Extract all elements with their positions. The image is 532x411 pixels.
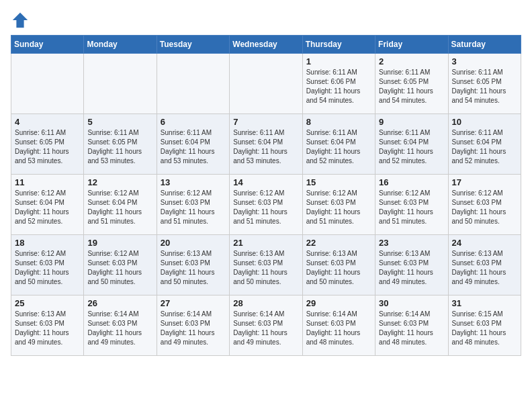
day-info: Sunrise: 6:11 AMSunset: 6:04 PMDaylight:… <box>233 128 298 166</box>
calendar-cell: 5Sunrise: 6:11 AMSunset: 6:05 PMDaylight… <box>84 114 157 175</box>
day-number: 10 <box>452 117 517 127</box>
day-info: Sunrise: 6:14 AMSunset: 6:03 PMDaylight:… <box>306 310 371 347</box>
day-number: 12 <box>87 177 152 187</box>
calendar-cell: 30Sunrise: 6:14 AMSunset: 6:03 PMDayligh… <box>375 295 448 356</box>
calendar-week-row: 1Sunrise: 6:11 AMSunset: 6:06 PMDaylight… <box>11 54 521 114</box>
calendar-cell <box>157 54 229 114</box>
calendar-cell: 8Sunrise: 6:11 AMSunset: 6:04 PMDaylight… <box>302 114 375 175</box>
day-info: Sunrise: 6:11 AMSunset: 6:05 PMDaylight:… <box>452 68 517 105</box>
day-number: 22 <box>306 238 371 248</box>
day-info: Sunrise: 6:13 AMSunset: 6:03 PMDaylight:… <box>161 249 226 287</box>
day-number: 25 <box>15 298 80 308</box>
day-info: Sunrise: 6:13 AMSunset: 6:03 PMDaylight:… <box>15 310 80 347</box>
calendar-cell: 25Sunrise: 6:13 AMSunset: 6:03 PMDayligh… <box>11 295 84 356</box>
svg-marker-0 <box>13 13 28 28</box>
day-number: 3 <box>452 56 517 66</box>
day-info: Sunrise: 6:13 AMSunset: 6:03 PMDaylight:… <box>379 249 444 287</box>
logo-icon <box>11 11 30 30</box>
calendar-cell: 14Sunrise: 6:12 AMSunset: 6:03 PMDayligh… <box>230 175 302 235</box>
day-info: Sunrise: 6:14 AMSunset: 6:03 PMDaylight:… <box>379 310 444 347</box>
weekday-header: Thursday <box>302 36 375 54</box>
day-info: Sunrise: 6:11 AMSunset: 6:04 PMDaylight:… <box>452 128 517 166</box>
day-info: Sunrise: 6:14 AMSunset: 6:03 PMDaylight:… <box>87 310 152 347</box>
calendar-header-row: SundayMondayTuesdayWednesdayThursdayFrid… <box>11 36 521 54</box>
calendar-cell: 21Sunrise: 6:13 AMSunset: 6:03 PMDayligh… <box>230 235 302 295</box>
day-info: Sunrise: 6:12 AMSunset: 6:04 PMDaylight:… <box>87 189 152 226</box>
calendar-cell: 26Sunrise: 6:14 AMSunset: 6:03 PMDayligh… <box>84 295 157 356</box>
calendar-cell: 24Sunrise: 6:13 AMSunset: 6:03 PMDayligh… <box>448 235 521 295</box>
day-number: 29 <box>306 298 371 308</box>
day-number: 21 <box>233 238 298 248</box>
calendar-cell: 3Sunrise: 6:11 AMSunset: 6:05 PMDaylight… <box>448 54 521 114</box>
day-info: Sunrise: 6:15 AMSunset: 6:03 PMDaylight:… <box>452 310 517 347</box>
day-number: 13 <box>161 177 226 187</box>
day-info: Sunrise: 6:14 AMSunset: 6:03 PMDaylight:… <box>233 310 298 347</box>
day-number: 23 <box>379 238 444 248</box>
day-number: 26 <box>87 298 152 308</box>
day-info: Sunrise: 6:12 AMSunset: 6:04 PMDaylight:… <box>15 189 80 226</box>
day-info: Sunrise: 6:11 AMSunset: 6:04 PMDaylight:… <box>306 128 371 166</box>
calendar-cell: 13Sunrise: 6:12 AMSunset: 6:03 PMDayligh… <box>157 175 229 235</box>
day-number: 28 <box>233 298 298 308</box>
day-number: 14 <box>233 177 298 187</box>
day-info: Sunrise: 6:12 AMSunset: 6:03 PMDaylight:… <box>452 189 517 226</box>
calendar-cell: 18Sunrise: 6:12 AMSunset: 6:03 PMDayligh… <box>11 235 84 295</box>
day-number: 2 <box>379 56 444 66</box>
day-number: 5 <box>87 117 152 127</box>
calendar-cell: 29Sunrise: 6:14 AMSunset: 6:03 PMDayligh… <box>302 295 375 356</box>
weekday-header: Sunday <box>11 36 84 54</box>
calendar-cell: 11Sunrise: 6:12 AMSunset: 6:04 PMDayligh… <box>11 175 84 235</box>
day-number: 9 <box>379 117 444 127</box>
weekday-header: Monday <box>84 36 157 54</box>
day-info: Sunrise: 6:11 AMSunset: 6:05 PMDaylight:… <box>379 68 444 105</box>
calendar-cell: 22Sunrise: 6:13 AMSunset: 6:03 PMDayligh… <box>302 235 375 295</box>
calendar-cell: 6Sunrise: 6:11 AMSunset: 6:04 PMDaylight… <box>157 114 229 175</box>
day-info: Sunrise: 6:13 AMSunset: 6:03 PMDaylight:… <box>452 249 517 287</box>
day-number: 19 <box>87 238 152 248</box>
page-header <box>11 11 521 30</box>
day-info: Sunrise: 6:12 AMSunset: 6:03 PMDaylight:… <box>87 249 152 287</box>
day-number: 18 <box>15 238 80 248</box>
day-number: 30 <box>379 298 444 308</box>
day-number: 15 <box>306 177 371 187</box>
calendar-week-row: 11Sunrise: 6:12 AMSunset: 6:04 PMDayligh… <box>11 175 521 235</box>
day-number: 16 <box>379 177 444 187</box>
day-number: 4 <box>15 117 80 127</box>
calendar-cell <box>11 54 84 114</box>
calendar-cell: 9Sunrise: 6:11 AMSunset: 6:04 PMDaylight… <box>375 114 448 175</box>
calendar-cell: 4Sunrise: 6:11 AMSunset: 6:05 PMDaylight… <box>11 114 84 175</box>
day-info: Sunrise: 6:12 AMSunset: 6:03 PMDaylight:… <box>379 189 444 226</box>
calendar-table: SundayMondayTuesdayWednesdayThursdayFrid… <box>11 35 521 356</box>
calendar-cell: 7Sunrise: 6:11 AMSunset: 6:04 PMDaylight… <box>230 114 302 175</box>
calendar-week-row: 18Sunrise: 6:12 AMSunset: 6:03 PMDayligh… <box>11 235 521 295</box>
calendar-cell: 17Sunrise: 6:12 AMSunset: 6:03 PMDayligh… <box>448 175 521 235</box>
calendar-cell <box>84 54 157 114</box>
calendar-cell: 27Sunrise: 6:14 AMSunset: 6:03 PMDayligh… <box>157 295 229 356</box>
calendar-cell: 15Sunrise: 6:12 AMSunset: 6:03 PMDayligh… <box>302 175 375 235</box>
day-info: Sunrise: 6:11 AMSunset: 6:04 PMDaylight:… <box>161 128 226 166</box>
day-info: Sunrise: 6:12 AMSunset: 6:03 PMDaylight:… <box>306 189 371 226</box>
calendar-cell: 1Sunrise: 6:11 AMSunset: 6:06 PMDaylight… <box>302 54 375 114</box>
weekday-header: Tuesday <box>157 36 229 54</box>
weekday-header: Saturday <box>448 36 521 54</box>
day-number: 27 <box>161 298 226 308</box>
day-info: Sunrise: 6:11 AMSunset: 6:04 PMDaylight:… <box>379 128 444 166</box>
day-info: Sunrise: 6:14 AMSunset: 6:03 PMDaylight:… <box>161 310 226 347</box>
day-number: 7 <box>233 117 298 127</box>
calendar-cell: 16Sunrise: 6:12 AMSunset: 6:03 PMDayligh… <box>375 175 448 235</box>
calendar-week-row: 4Sunrise: 6:11 AMSunset: 6:05 PMDaylight… <box>11 114 521 175</box>
day-number: 6 <box>161 117 226 127</box>
day-info: Sunrise: 6:12 AMSunset: 6:03 PMDaylight:… <box>233 189 298 226</box>
calendar-cell: 12Sunrise: 6:12 AMSunset: 6:04 PMDayligh… <box>84 175 157 235</box>
day-info: Sunrise: 6:13 AMSunset: 6:03 PMDaylight:… <box>233 249 298 287</box>
calendar-cell: 10Sunrise: 6:11 AMSunset: 6:04 PMDayligh… <box>448 114 521 175</box>
calendar-week-row: 25Sunrise: 6:13 AMSunset: 6:03 PMDayligh… <box>11 295 521 356</box>
calendar-cell <box>230 54 302 114</box>
day-number: 11 <box>15 177 80 187</box>
weekday-header: Friday <box>375 36 448 54</box>
calendar-cell: 2Sunrise: 6:11 AMSunset: 6:05 PMDaylight… <box>375 54 448 114</box>
day-info: Sunrise: 6:11 AMSunset: 6:06 PMDaylight:… <box>306 68 371 105</box>
day-number: 8 <box>306 117 371 127</box>
day-number: 20 <box>161 238 226 248</box>
calendar-cell: 19Sunrise: 6:12 AMSunset: 6:03 PMDayligh… <box>84 235 157 295</box>
